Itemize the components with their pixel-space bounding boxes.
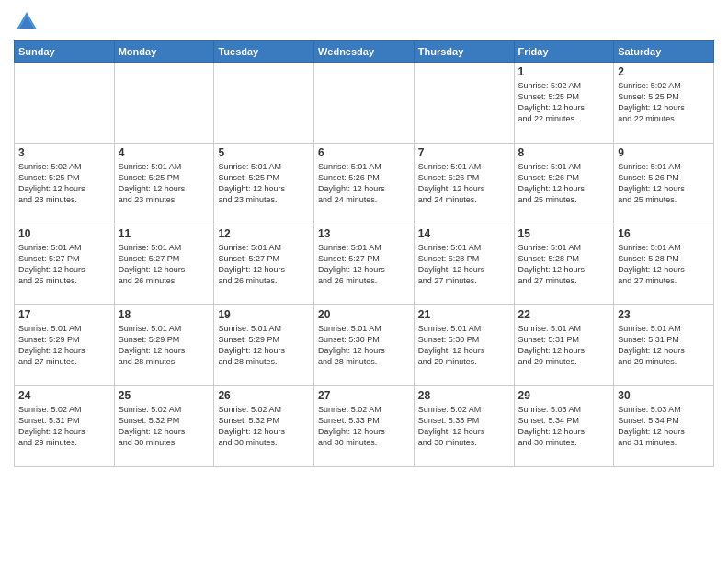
day-number: 21 (418, 308, 510, 321)
day-number: 5 (218, 146, 310, 159)
calendar-cell: 19Sunrise: 5:01 AM Sunset: 5:29 PM Dayli… (214, 305, 314, 386)
weekday-header-wednesday: Wednesday (314, 41, 415, 63)
day-number: 26 (218, 389, 310, 402)
calendar-cell: 9Sunrise: 5:01 AM Sunset: 5:26 PM Daylig… (614, 144, 714, 224)
calendar-cell: 28Sunrise: 5:02 AM Sunset: 5:33 PM Dayli… (414, 386, 514, 467)
day-number: 27 (318, 389, 410, 402)
day-info: Sunrise: 5:02 AM Sunset: 5:25 PM Dayligh… (18, 161, 110, 206)
calendar-cell: 17Sunrise: 5:01 AM Sunset: 5:29 PM Dayli… (15, 305, 115, 386)
calendar-cell: 3Sunrise: 5:02 AM Sunset: 5:25 PM Daylig… (15, 144, 115, 224)
day-info: Sunrise: 5:01 AM Sunset: 5:27 PM Dayligh… (318, 242, 410, 287)
calendar-cell: 4Sunrise: 5:01 AM Sunset: 5:25 PM Daylig… (114, 144, 214, 224)
day-number: 29 (518, 389, 610, 402)
calendar-cell: 27Sunrise: 5:02 AM Sunset: 5:33 PM Dayli… (314, 386, 415, 467)
day-number: 8 (518, 146, 610, 159)
calendar-week-row: 17Sunrise: 5:01 AM Sunset: 5:29 PM Dayli… (15, 305, 714, 386)
calendar-cell: 1Sunrise: 5:02 AM Sunset: 5:25 PM Daylig… (514, 63, 614, 144)
calendar-cell: 20Sunrise: 5:01 AM Sunset: 5:30 PM Dayli… (314, 305, 415, 386)
day-info: Sunrise: 5:02 AM Sunset: 5:33 PM Dayligh… (418, 404, 510, 449)
calendar-cell: 24Sunrise: 5:02 AM Sunset: 5:31 PM Dayli… (15, 386, 115, 467)
calendar-cell: 22Sunrise: 5:01 AM Sunset: 5:31 PM Dayli… (514, 305, 614, 386)
day-number: 24 (18, 389, 110, 402)
weekday-header-thursday: Thursday (414, 41, 514, 63)
day-number: 19 (218, 308, 310, 321)
day-number: 17 (18, 308, 110, 321)
day-info: Sunrise: 5:01 AM Sunset: 5:27 PM Dayligh… (18, 242, 110, 287)
day-info: Sunrise: 5:01 AM Sunset: 5:31 PM Dayligh… (618, 323, 710, 368)
calendar-cell (15, 63, 115, 144)
day-info: Sunrise: 5:03 AM Sunset: 5:34 PM Dayligh… (518, 404, 610, 449)
day-info: Sunrise: 5:02 AM Sunset: 5:32 PM Dayligh… (218, 404, 310, 449)
calendar-week-row: 1Sunrise: 5:02 AM Sunset: 5:25 PM Daylig… (15, 63, 714, 144)
day-info: Sunrise: 5:01 AM Sunset: 5:28 PM Dayligh… (418, 242, 510, 287)
day-info: Sunrise: 5:01 AM Sunset: 5:28 PM Dayligh… (518, 242, 610, 287)
day-info: Sunrise: 5:01 AM Sunset: 5:28 PM Dayligh… (618, 242, 710, 287)
day-info: Sunrise: 5:01 AM Sunset: 5:25 PM Dayligh… (218, 161, 310, 206)
day-info: Sunrise: 5:01 AM Sunset: 5:27 PM Dayligh… (218, 242, 310, 287)
day-number: 4 (119, 146, 210, 159)
calendar-cell: 2Sunrise: 5:02 AM Sunset: 5:25 PM Daylig… (614, 63, 714, 144)
weekday-header-friday: Friday (514, 41, 614, 63)
day-info: Sunrise: 5:01 AM Sunset: 5:29 PM Dayligh… (119, 323, 210, 368)
calendar-cell: 6Sunrise: 5:01 AM Sunset: 5:26 PM Daylig… (314, 144, 415, 224)
calendar-cell (314, 63, 415, 144)
day-info: Sunrise: 5:01 AM Sunset: 5:30 PM Dayligh… (318, 323, 410, 368)
day-info: Sunrise: 5:03 AM Sunset: 5:34 PM Dayligh… (618, 404, 710, 449)
calendar-cell (214, 63, 314, 144)
day-info: Sunrise: 5:01 AM Sunset: 5:27 PM Dayligh… (119, 242, 210, 287)
day-number: 10 (18, 227, 110, 240)
day-number: 18 (119, 308, 210, 321)
calendar-cell: 30Sunrise: 5:03 AM Sunset: 5:34 PM Dayli… (614, 386, 714, 467)
calendar-cell: 25Sunrise: 5:02 AM Sunset: 5:32 PM Dayli… (114, 386, 214, 467)
day-number: 25 (119, 389, 210, 402)
day-info: Sunrise: 5:02 AM Sunset: 5:25 PM Dayligh… (618, 80, 710, 125)
calendar-cell: 15Sunrise: 5:01 AM Sunset: 5:28 PM Dayli… (514, 224, 614, 305)
weekday-header-tuesday: Tuesday (214, 41, 314, 63)
day-number: 28 (418, 389, 510, 402)
weekday-header-saturday: Saturday (614, 41, 714, 63)
calendar-week-row: 10Sunrise: 5:01 AM Sunset: 5:27 PM Dayli… (15, 224, 714, 305)
header (14, 9, 714, 35)
day-number: 3 (18, 146, 110, 159)
calendar-cell: 8Sunrise: 5:01 AM Sunset: 5:26 PM Daylig… (514, 144, 614, 224)
day-info: Sunrise: 5:01 AM Sunset: 5:26 PM Dayligh… (518, 161, 610, 206)
calendar-cell: 7Sunrise: 5:01 AM Sunset: 5:26 PM Daylig… (414, 144, 514, 224)
day-number: 23 (618, 308, 710, 321)
calendar-week-row: 24Sunrise: 5:02 AM Sunset: 5:31 PM Dayli… (15, 386, 714, 467)
day-info: Sunrise: 5:01 AM Sunset: 5:30 PM Dayligh… (418, 323, 510, 368)
day-number: 6 (318, 146, 410, 159)
calendar-cell: 23Sunrise: 5:01 AM Sunset: 5:31 PM Dayli… (614, 305, 714, 386)
day-number: 1 (518, 65, 610, 78)
day-info: Sunrise: 5:02 AM Sunset: 5:25 PM Dayligh… (518, 80, 610, 125)
logo (14, 9, 43, 35)
calendar-cell: 11Sunrise: 5:01 AM Sunset: 5:27 PM Dayli… (114, 224, 214, 305)
day-number: 22 (518, 308, 610, 321)
day-number: 9 (618, 146, 710, 159)
day-info: Sunrise: 5:01 AM Sunset: 5:26 PM Dayligh… (618, 161, 710, 206)
day-number: 30 (618, 389, 710, 402)
calendar: SundayMondayTuesdayWednesdayThursdayFrid… (14, 40, 714, 467)
weekday-header-monday: Monday (114, 41, 214, 63)
day-number: 2 (618, 65, 710, 78)
day-info: Sunrise: 5:02 AM Sunset: 5:32 PM Dayligh… (119, 404, 210, 449)
day-info: Sunrise: 5:01 AM Sunset: 5:29 PM Dayligh… (18, 323, 110, 368)
logo-icon (14, 9, 40, 35)
calendar-cell: 16Sunrise: 5:01 AM Sunset: 5:28 PM Dayli… (614, 224, 714, 305)
calendar-cell: 26Sunrise: 5:02 AM Sunset: 5:32 PM Dayli… (214, 386, 314, 467)
calendar-cell (414, 63, 514, 144)
day-info: Sunrise: 5:02 AM Sunset: 5:31 PM Dayligh… (18, 404, 110, 449)
day-info: Sunrise: 5:01 AM Sunset: 5:26 PM Dayligh… (318, 161, 410, 206)
day-number: 15 (518, 227, 610, 240)
day-info: Sunrise: 5:01 AM Sunset: 5:25 PM Dayligh… (119, 161, 210, 206)
day-number: 13 (318, 227, 410, 240)
day-number: 12 (218, 227, 310, 240)
day-number: 7 (418, 146, 510, 159)
calendar-cell: 12Sunrise: 5:01 AM Sunset: 5:27 PM Dayli… (214, 224, 314, 305)
calendar-cell: 21Sunrise: 5:01 AM Sunset: 5:30 PM Dayli… (414, 305, 514, 386)
calendar-cell: 18Sunrise: 5:01 AM Sunset: 5:29 PM Dayli… (114, 305, 214, 386)
calendar-cell: 13Sunrise: 5:01 AM Sunset: 5:27 PM Dayli… (314, 224, 415, 305)
day-info: Sunrise: 5:02 AM Sunset: 5:33 PM Dayligh… (318, 404, 410, 449)
day-info: Sunrise: 5:01 AM Sunset: 5:29 PM Dayligh… (218, 323, 310, 368)
weekday-header-sunday: Sunday (15, 41, 115, 63)
day-number: 14 (418, 227, 510, 240)
